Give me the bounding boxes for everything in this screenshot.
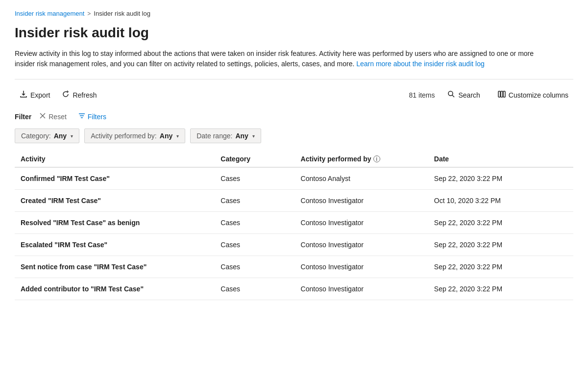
description-link[interactable]: Learn more about the insider risk audit … (356, 60, 484, 68)
column-header-performed-by: Activity performed by i (301, 155, 434, 163)
cell-date: Oct 10, 2020 3:22 PM (434, 197, 567, 205)
table-row[interactable]: Created "IRM Test Case" Cases Contoso In… (15, 190, 573, 212)
page-title: Insider risk audit log (15, 25, 573, 41)
column-header-date: Date (434, 155, 567, 163)
activity-performed-by-value: Any (160, 132, 172, 140)
cell-date: Sep 22, 2020 3:22 PM (434, 241, 567, 249)
reset-icon (39, 112, 46, 121)
cell-category: Cases (220, 241, 300, 249)
filters-button[interactable]: Filters (74, 110, 110, 123)
svg-line-1 (452, 95, 454, 97)
refresh-icon (62, 90, 70, 100)
table-row[interactable]: Escalated "IRM Test Case" Cases Contoso … (15, 234, 573, 256)
cell-performed-by: Contoso Investigator (301, 197, 434, 205)
section-divider (15, 79, 573, 79)
table-row[interactable]: Resolved "IRM Test Case" as benign Cases… (15, 212, 573, 234)
activity-performed-by-chevron-icon: ▾ (176, 133, 179, 139)
table-header: Activity Category Activity performed by … (15, 151, 573, 168)
date-range-dropdown[interactable]: Date range: Any ▾ (190, 129, 261, 143)
cell-performed-by: Contoso Analyst (301, 175, 434, 182)
svg-rect-2 (498, 91, 500, 97)
cell-performed-by: Contoso Investigator (301, 263, 434, 271)
cell-date: Sep 22, 2020 3:22 PM (434, 285, 567, 293)
toolbar-left: Export Refresh (15, 87, 102, 103)
table-row[interactable]: Confirmed "IRM Test Case" Cases Contoso … (15, 168, 573, 190)
activity-performed-by-dropdown[interactable]: Activity performed by: Any ▾ (84, 129, 185, 143)
column-date-label: Date (434, 155, 449, 163)
page-wrapper: Insider risk management > Insider risk a… (0, 0, 588, 310)
breadcrumb-current: Insider risk audit log (94, 10, 150, 17)
cell-activity: Confirmed "IRM Test Case" (21, 175, 220, 182)
cell-performed-by: Contoso Investigator (301, 219, 434, 227)
cell-date: Sep 22, 2020 3:22 PM (434, 175, 567, 182)
table-body: Confirmed "IRM Test Case" Cases Contoso … (15, 168, 573, 300)
customize-columns-label: Customize columns (509, 91, 568, 99)
column-performed-by-label: Activity performed by (301, 155, 371, 163)
cell-activity: Escalated "IRM Test Case" (21, 241, 220, 249)
table-row[interactable]: Sent notice from case "IRM Test Case" Ca… (15, 256, 573, 278)
breadcrumb: Insider risk management > Insider risk a… (15, 10, 573, 17)
date-range-value: Any (235, 132, 248, 140)
search-icon (447, 90, 455, 100)
filters-icon (78, 112, 85, 121)
refresh-label: Refresh (73, 91, 97, 99)
page-description: Review activity in this log to stay info… (15, 49, 554, 69)
cell-category: Cases (220, 175, 300, 182)
cell-activity: Added contributor to "IRM Test Case" (21, 285, 220, 293)
filters-label: Filters (88, 113, 106, 121)
reset-button[interactable]: Reset (35, 110, 71, 123)
svg-rect-3 (501, 91, 503, 97)
cell-category: Cases (220, 219, 300, 227)
svg-rect-4 (503, 91, 505, 97)
export-label: Export (30, 91, 50, 99)
toolbar: Export Refresh 81 items (15, 85, 573, 104)
table-row[interactable]: Added contributor to "IRM Test Case" Cas… (15, 278, 573, 300)
cell-category: Cases (220, 197, 300, 205)
svg-point-0 (448, 91, 453, 96)
category-dropdown-label: Category: (21, 132, 51, 140)
export-button[interactable]: Export (15, 87, 55, 103)
cell-activity: Sent notice from case "IRM Test Case" (21, 263, 220, 271)
items-count: 81 items (409, 91, 435, 99)
cell-date: Sep 22, 2020 3:22 PM (434, 219, 567, 227)
category-chevron-icon: ▾ (71, 133, 73, 139)
filter-row: Filter Reset Filters (15, 110, 573, 123)
cell-category: Cases (220, 263, 300, 271)
filter-label: Filter (15, 113, 31, 121)
export-icon (20, 90, 27, 100)
column-header-category: Category (220, 155, 300, 163)
toolbar-right: 81 items Search Cu (409, 87, 573, 103)
customize-columns-icon (498, 90, 506, 100)
cell-date: Sep 22, 2020 3:22 PM (434, 263, 567, 271)
customize-columns-button[interactable]: Customize columns (493, 87, 573, 103)
cell-activity: Resolved "IRM Test Case" as benign (21, 219, 220, 227)
breadcrumb-separator: > (87, 10, 91, 17)
cell-performed-by: Contoso Investigator (301, 241, 434, 249)
cell-activity: Created "IRM Test Case" (21, 197, 220, 205)
column-category-label: Category (220, 155, 250, 163)
cell-performed-by: Contoso Investigator (301, 285, 434, 293)
date-range-label: Date range: (196, 132, 232, 140)
category-dropdown[interactable]: Category: Any ▾ (15, 129, 79, 143)
reset-label: Reset (49, 113, 67, 121)
refresh-button[interactable]: Refresh (57, 87, 101, 103)
breadcrumb-parent[interactable]: Insider risk management (15, 10, 84, 17)
search-label: Search (458, 91, 480, 99)
category-dropdown-value: Any (54, 132, 67, 140)
date-range-chevron-icon: ▾ (252, 133, 255, 139)
cell-category: Cases (220, 285, 300, 293)
column-header-activity: Activity (21, 155, 220, 163)
dropdown-row: Category: Any ▾ Activity performed by: A… (15, 129, 573, 143)
activity-performed-by-label: Activity performed by: (91, 132, 157, 140)
table: Activity Category Activity performed by … (15, 151, 573, 300)
column-activity-label: Activity (21, 155, 46, 163)
performed-by-info-icon[interactable]: i (373, 155, 380, 162)
search-button[interactable]: Search (442, 87, 485, 103)
